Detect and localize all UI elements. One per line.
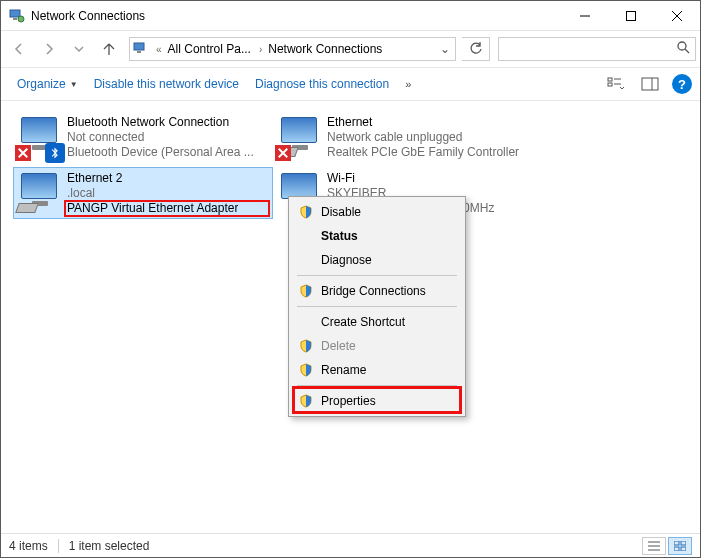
navigation-bar: « All Control Pa... › Network Connection… [1,31,700,67]
refresh-button[interactable] [462,37,490,61]
ctx-diagnose[interactable]: Diagnose [291,248,463,272]
search-icon[interactable] [671,40,695,58]
more-commands-button[interactable]: » [397,78,419,90]
ctx-label: Status [315,229,358,243]
svg-rect-26 [674,547,679,551]
ctx-label: Delete [315,339,356,353]
ctx-separator [297,306,457,307]
svg-rect-8 [137,51,141,53]
address-bar[interactable]: « All Control Pa... › Network Connection… [129,37,456,61]
connection-name: Wi-Fi [327,171,494,186]
organize-button[interactable]: Organize▼ [9,73,86,95]
svg-rect-7 [134,43,144,50]
connection-device: PANGP Virtual Ethernet Adapter [67,201,238,216]
ctx-label: Disable [315,205,361,219]
svg-rect-15 [642,78,658,90]
ctx-label: Bridge Connections [315,284,426,298]
ctx-create-shortcut[interactable]: Create Shortcut [291,310,463,334]
ctx-separator [297,275,457,276]
up-button[interactable] [95,35,123,63]
title-bar: Network Connections [1,1,700,31]
breadcrumb-network-connections[interactable]: Network Connections [264,38,388,60]
details-view-toggle[interactable] [642,537,666,555]
svg-rect-1 [13,18,17,20]
connection-item-bluetooth[interactable]: Bluetooth Network Connection Not connect… [13,111,273,163]
status-divider [58,539,59,553]
disable-device-button[interactable]: Disable this network device [86,73,247,95]
shield-icon [297,339,315,353]
search-box[interactable] [498,37,696,61]
breadcrumb-chevron-icon[interactable]: › [257,44,264,55]
app-icon [9,8,25,24]
svg-point-2 [18,16,24,22]
connection-name: Bluetooth Network Connection [67,115,254,130]
connection-item-ethernet2[interactable]: Ethernet 2 .local PANGP Virtual Ethernet… [13,167,273,219]
context-menu: Disable Status Diagnose Bridge Connectio… [288,196,466,417]
connection-icon [15,113,63,161]
maximize-button[interactable] [608,1,654,31]
back-button[interactable] [5,35,33,63]
window-title: Network Connections [31,9,562,23]
shield-icon [297,363,315,377]
svg-point-9 [678,42,686,50]
shield-icon [297,205,315,219]
tiles-view-toggle[interactable] [668,537,692,555]
diagnose-button[interactable]: Diagnose this connection [247,73,397,95]
connection-item-ethernet[interactable]: Ethernet Network cable unplugged Realtek… [273,111,533,163]
ctx-disable[interactable]: Disable [291,200,463,224]
status-selected-count: 1 item selected [69,539,150,553]
svg-rect-0 [10,10,20,17]
breadcrumb-sep-icon[interactable]: « [154,44,164,55]
connection-name: Ethernet 2 [67,171,238,186]
annotation-highlight-properties [292,386,462,414]
command-bar: Organize▼ Disable this network device Di… [1,67,700,101]
ctx-label: Rename [315,363,366,377]
minimize-button[interactable] [562,1,608,31]
disabled-x-icon [15,145,31,161]
status-item-count: 4 items [9,539,48,553]
connection-device: Realtek PCIe GbE Family Controller [327,145,519,160]
bluetooth-badge-icon [45,143,65,163]
connection-icon [15,169,63,217]
svg-rect-25 [681,541,686,545]
connection-status: Not connected [67,130,254,145]
svg-rect-11 [608,78,612,81]
close-button[interactable] [654,1,700,31]
ctx-delete: Delete [291,334,463,358]
ctx-bridge[interactable]: Bridge Connections [291,279,463,303]
change-view-button[interactable] [600,72,632,96]
help-button[interactable]: ? [672,74,692,94]
forward-button[interactable] [35,35,63,63]
connection-name: Ethernet [327,115,519,130]
ctx-label: Diagnose [315,253,372,267]
address-dropdown-icon[interactable]: ⌄ [435,42,455,56]
disabled-x-icon [275,145,291,161]
ctx-label: Create Shortcut [315,315,405,329]
status-bar: 4 items 1 item selected [1,533,700,557]
connection-device: Bluetooth Device (Personal Area ... [67,145,254,160]
chevron-down-icon: ▼ [70,80,78,89]
shield-icon [297,284,315,298]
search-input[interactable] [499,42,671,56]
ctx-rename[interactable]: Rename [291,358,463,382]
svg-rect-24 [674,541,679,545]
connection-status: .local [67,186,238,201]
svg-rect-27 [681,547,686,551]
connection-icon [275,113,323,161]
breadcrumb-control-panel[interactable]: All Control Pa... [164,38,257,60]
location-icon [132,39,152,59]
svg-rect-4 [627,11,636,20]
ctx-status[interactable]: Status [291,224,463,248]
connection-status: Network cable unplugged [327,130,519,145]
recent-locations-button[interactable] [65,35,93,63]
preview-pane-button[interactable] [634,72,666,96]
svg-line-10 [685,49,689,53]
svg-rect-12 [608,83,612,86]
